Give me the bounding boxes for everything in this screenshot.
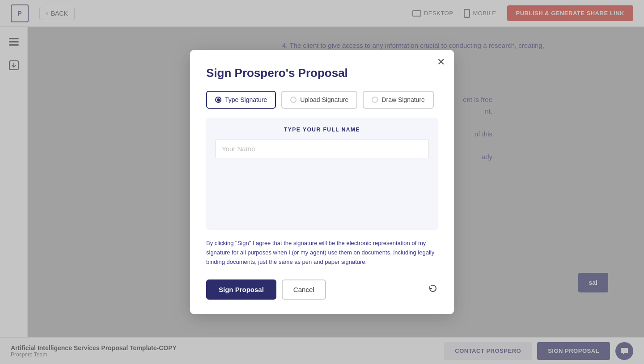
- draw-signature-radio: [372, 97, 378, 103]
- tab-upload-signature[interactable]: Upload Signature: [281, 91, 357, 109]
- signature-tabs: Type Signature Upload Signature Draw Sig…: [206, 91, 438, 109]
- signature-input-area: TYPE YOUR FULL NAME: [206, 118, 438, 230]
- reset-icon: [428, 284, 438, 293]
- tab-draw-signature[interactable]: Draw Signature: [363, 91, 434, 109]
- sign-modal: ✕ Sign Prospero's Proposal Type Signatur…: [190, 50, 454, 313]
- modal-actions: Sign Proposal Cancel: [206, 279, 438, 300]
- upload-signature-radio: [290, 97, 297, 103]
- type-signature-radio: [215, 97, 221, 103]
- sig-area-label: TYPE YOUR FULL NAME: [215, 127, 429, 133]
- tab-type-signature[interactable]: Type Signature: [206, 91, 276, 109]
- sign-proposal-button[interactable]: Sign Proposal: [206, 279, 276, 300]
- modal-close-button[interactable]: ✕: [437, 57, 445, 67]
- modal-overlay: ✕ Sign Prospero's Proposal Type Signatur…: [0, 0, 644, 364]
- modal-title: Sign Prospero's Proposal: [206, 66, 438, 80]
- full-name-input[interactable]: [215, 139, 429, 158]
- type-signature-radio-inner: [217, 98, 220, 102]
- legal-text: By clicking "Sign" I agree that the sign…: [206, 239, 438, 267]
- signature-canvas: [215, 158, 429, 221]
- reset-button[interactable]: [428, 284, 438, 296]
- cancel-button[interactable]: Cancel: [282, 279, 326, 300]
